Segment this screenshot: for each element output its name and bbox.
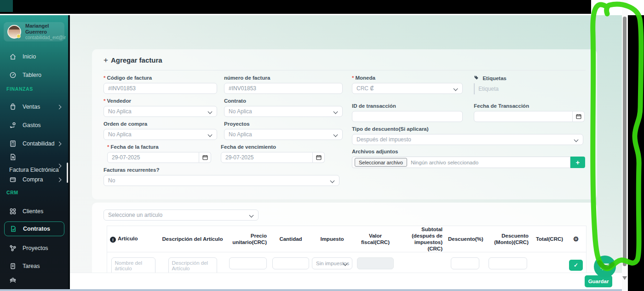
bottom-edge [0, 289, 622, 291]
chevron-down-icon [330, 179, 335, 183]
facturas-recurrentes-select[interactable]: No [104, 175, 339, 186]
screen: Mariangel Guerrero contabilidad_ext@inn.… [0, 0, 644, 291]
leads-icon [9, 277, 17, 284]
user-card[interactable]: Mariangel Guerrero contabilidad_ext@inn.… [4, 22, 64, 41]
tag-icon [474, 75, 479, 80]
field-fecha-vencimiento: Fecha de vencimiento [221, 144, 325, 163]
avatar [7, 25, 21, 39]
fecha-vencimiento-input[interactable] [221, 152, 313, 163]
accounting-icon [9, 140, 17, 147]
confirm-item-button[interactable]: ✓ [569, 260, 583, 271]
fecha-factura-input[interactable] [107, 152, 199, 163]
gear-icon[interactable]: ⚙ [568, 236, 584, 242]
col-subtotal: Subtotal (después de impuestos)(CRC) [398, 226, 445, 252]
col-impuesto: Impuesto [312, 236, 352, 242]
sidebar-item-tareas[interactable]: Tareas [0, 260, 68, 273]
page-title: +Agregar factura [104, 56, 162, 65]
orden-compra-select[interactable]: No Aplica [104, 129, 217, 140]
chevron-right-icon [57, 105, 62, 110]
sidebar-section-finanzas: FINANZAS [6, 86, 33, 92]
chevron-down-icon [454, 87, 458, 91]
chevron-down-icon [574, 138, 579, 142]
footer-bar: Guardar [70, 273, 622, 290]
main-content: +Agregar factura *Código de factura núme… [70, 15, 622, 289]
item-descripcion-textarea[interactable] [168, 257, 217, 273]
sidebar-section-crm: CRM [6, 190, 18, 195]
field-archivos-adjuntos: Archivos adjuntos Seleccionar archivo Ni… [352, 149, 585, 168]
calendar-button[interactable] [573, 111, 585, 122]
sidebar-item-proyectos[interactable]: Proyectos [0, 242, 68, 255]
dashboard-icon [9, 71, 17, 79]
item-row: Sin impuestos ✓ [107, 252, 586, 273]
sales-bag-icon [9, 103, 17, 111]
col-valor-fiscal: Valor fiscal(CRC) [352, 233, 398, 245]
moneda-select[interactable]: CRC ₡ [352, 83, 463, 94]
chevron-down-icon [208, 110, 213, 114]
field-vendedor: *Vendedor No Aplica [104, 98, 217, 117]
tipo-descuento-select[interactable]: Después del impuesto [352, 134, 583, 145]
scrollbar-down-arrow[interactable] [622, 276, 627, 280]
col-descripcion: Descripción del Artículo [159, 236, 226, 242]
sidebar-item-contabilidad[interactable]: Contabilidad [0, 137, 68, 150]
articulo-select[interactable]: Seleccione un artículo [104, 210, 259, 221]
file-status-text: Ningún archivo seleccionado [411, 160, 478, 165]
calendar-icon [576, 114, 581, 119]
sidebar-item-clientes[interactable]: Clientes [0, 205, 68, 218]
sidebar-item-tablero[interactable]: Tablero [0, 69, 68, 81]
numero-factura-input[interactable] [224, 83, 343, 94]
sidebar-item-factura-electronica[interactable]: Factura Electrónica [0, 152, 68, 171]
invoice-form-card: +Agregar factura *Código de factura núme… [92, 49, 597, 199]
right-black-region [628, 15, 644, 291]
col-precio-unitario: Precio unitario(CRC) [226, 233, 270, 245]
chevron-right-icon [57, 142, 62, 146]
item-cantidad-input[interactable] [272, 257, 309, 269]
field-moneda: *Moneda CRC ₡ [352, 75, 463, 94]
item-nombre-textarea[interactable] [111, 257, 155, 273]
field-contrato: Contrato No Aplica [224, 98, 343, 117]
id-transaccion-input[interactable] [352, 111, 463, 122]
info-icon: ! [110, 237, 116, 243]
chat-bubble-icon [599, 261, 610, 272]
item-descuento-monto-input[interactable] [489, 257, 527, 269]
sidebar-item-contratos[interactable]: Contratos [4, 221, 64, 236]
item-precio-input[interactable] [229, 257, 267, 269]
file-input[interactable]: Seleccionar archivo Ningún archivo selec… [352, 157, 570, 168]
top-right-background [591, 0, 644, 15]
chevron-down-icon [334, 110, 338, 114]
select-file-button[interactable]: Seleccionar archivo [355, 158, 407, 167]
sidebar-item-inicio[interactable]: Inicio [0, 50, 68, 63]
item-impuesto-select[interactable]: Sin impuestos [312, 257, 352, 269]
chat-button[interactable] [594, 256, 616, 278]
home-icon [9, 53, 17, 60]
e-invoice-icon [9, 153, 17, 161]
scrollbar-thumb[interactable] [623, 17, 627, 266]
etiquetas-input[interactable]: Etiqueta [474, 83, 584, 94]
chevron-down-icon [249, 213, 254, 218]
customers-icon [9, 208, 17, 215]
app-corner-notch [0, 0, 13, 12]
sidebar: Mariangel Guerrero contabilidad_ext@inn.… [0, 15, 68, 289]
vendedor-select[interactable]: No Aplica [104, 106, 217, 117]
item-valor-fiscal-input [357, 257, 394, 269]
calendar-button[interactable] [199, 152, 211, 163]
scrollbar-track[interactable] [622, 0, 628, 291]
sidebar-item-gastos[interactable]: Gastos [0, 119, 68, 132]
chevron-down-icon [334, 133, 338, 137]
codigo-factura-input[interactable] [104, 83, 217, 94]
add-attachment-button[interactable]: + [570, 157, 585, 168]
fecha-transaccion-input[interactable] [474, 111, 573, 122]
col-descuento-monto: Descuento (Monto)(CRC) [484, 233, 531, 245]
contrato-select[interactable]: No Aplica [224, 106, 343, 117]
contract-check-icon [10, 225, 17, 233]
calendar-button[interactable] [313, 152, 325, 163]
proyectos-select[interactable]: No Aplica [224, 129, 343, 140]
user-email: contabilidad_ext@inn... [25, 35, 66, 41]
item-descuento-pct-input[interactable] [451, 257, 479, 269]
field-etiquetas: Etiquetas Etiqueta [474, 75, 584, 94]
col-cantidad: Cantidad [270, 236, 312, 242]
field-tipo-descuento: Tipo de descuento(Si aplicara) Después d… [352, 126, 583, 145]
sidebar-item-compra[interactable]: Compra [0, 173, 68, 186]
sidebar-item-ventas[interactable]: Ventas [0, 100, 68, 113]
field-numero-factura: número de factura [224, 75, 343, 94]
projects-icon [9, 244, 17, 252]
